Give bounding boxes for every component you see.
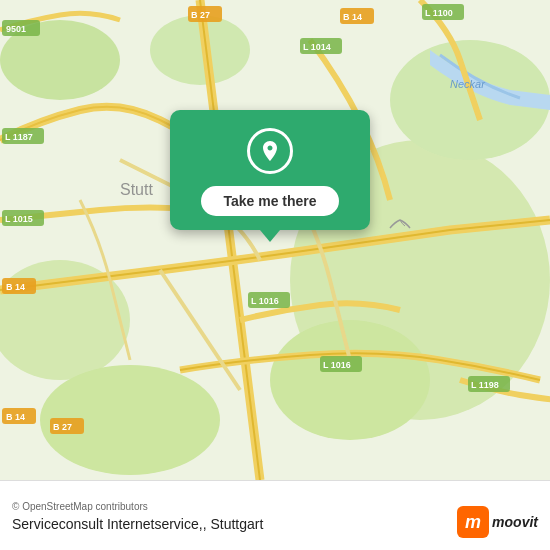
location-pin-icon xyxy=(258,139,282,163)
svg-text:L 1198: L 1198 xyxy=(471,380,499,390)
map-view: 9501 L 1187 L 1015 B 14 B 14 B 27 B 27 L… xyxy=(0,0,550,480)
svg-text:L 1100: L 1100 xyxy=(425,8,453,18)
take-me-there-button[interactable]: Take me there xyxy=(201,186,338,216)
svg-text:B 14: B 14 xyxy=(6,412,25,422)
svg-text:B 27: B 27 xyxy=(191,10,210,20)
moovit-logo: m moovit xyxy=(457,506,538,538)
svg-text:L 1016: L 1016 xyxy=(323,360,351,370)
svg-text:L 1015: L 1015 xyxy=(5,214,33,224)
bottom-info-bar: © OpenStreetMap contributors Servicecons… xyxy=(0,480,550,550)
location-popup: Take me there xyxy=(170,110,370,230)
svg-text:L 1187: L 1187 xyxy=(5,132,33,142)
svg-text:B 14: B 14 xyxy=(343,12,362,22)
location-icon-wrapper xyxy=(247,128,293,174)
moovit-brand-text: moovit xyxy=(492,514,538,530)
svg-text:9501: 9501 xyxy=(6,24,26,34)
svg-text:L 1016: L 1016 xyxy=(251,296,279,306)
moovit-icon: m xyxy=(457,506,489,538)
svg-text:B 27: B 27 xyxy=(53,422,72,432)
svg-point-2 xyxy=(270,320,430,440)
svg-text:B 14: B 14 xyxy=(6,282,25,292)
svg-text:L 1014: L 1014 xyxy=(303,42,331,52)
svg-text:Neckar: Neckar xyxy=(450,78,486,90)
moovit-icon-letter: m xyxy=(465,512,481,533)
svg-text:Stutt: Stutt xyxy=(120,181,153,198)
